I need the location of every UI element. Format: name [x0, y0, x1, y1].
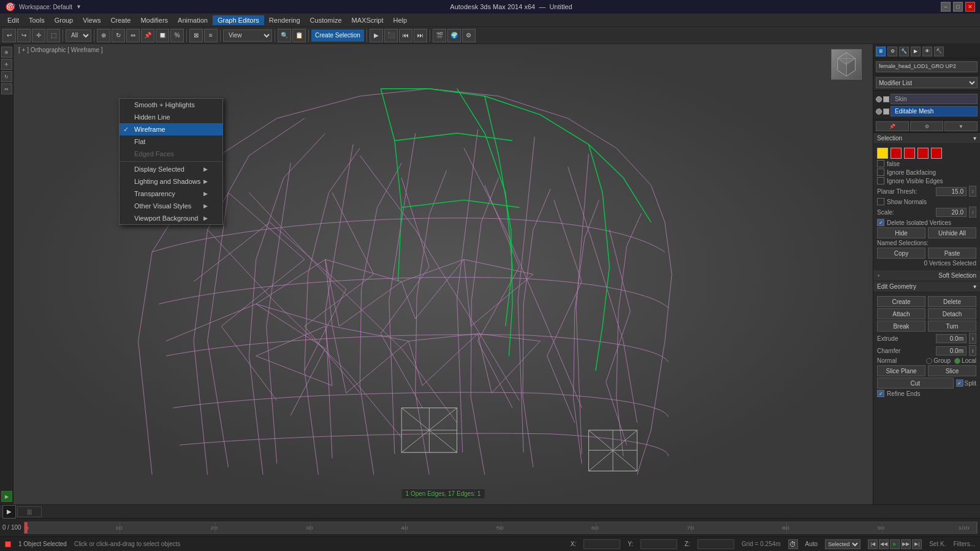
panel-utilities-btn[interactable]: 🔨	[934, 47, 944, 56]
configure-btn[interactable]: ⚙	[910, 121, 943, 131]
menu-views[interactable]: Views	[78, 15, 105, 25]
menu-tools[interactable]: Tools	[24, 15, 50, 25]
render-button[interactable]: 🎬	[433, 29, 446, 42]
modifier-skin[interactable]: Skin	[891, 94, 978, 104]
split-checkbox[interactable]: ✓	[956, 379, 963, 387]
panel-display-btn2[interactable]: 👁	[922, 47, 932, 56]
timeline-track[interactable]: 0 10 20 30 40 50 60 70 80 90 100	[24, 522, 978, 534]
polygon-mode-btn[interactable]	[917, 148, 929, 159]
slice-button[interactable]: Slice	[928, 365, 976, 376]
lt-play[interactable]: ▶	[1, 491, 12, 502]
snap2-button[interactable]: %	[170, 29, 184, 42]
ctx-viewport-bg[interactable]: Viewport Background ▶	[120, 212, 222, 224]
planar-thresh-value[interactable]: 15.0	[936, 187, 967, 196]
menu-graph-editors[interactable]: Graph Editors	[213, 15, 264, 25]
stop-button[interactable]: ⬛	[384, 29, 398, 42]
viewport-dropdown[interactable]: View	[223, 29, 272, 42]
local-radio[interactable]: Local	[954, 357, 976, 364]
undo-button[interactable]: ↩	[2, 29, 16, 42]
refine-ends-checkbox[interactable]: ✓	[877, 390, 884, 397]
show-normals-checkbox[interactable]	[877, 198, 884, 205]
panel-hierarchy-btn[interactable]: 🔧	[899, 47, 909, 56]
select-button[interactable]: ✛	[32, 29, 45, 42]
lt-move[interactable]: ✛	[1, 59, 12, 70]
snap-button[interactable]: 🔲	[156, 29, 169, 42]
extrude-value[interactable]: 0.0m	[936, 334, 967, 343]
element-mode-btn[interactable]	[931, 148, 942, 159]
ctx-smooth-highlights[interactable]: Smooth + Highlights	[120, 99, 222, 111]
local-radio-dot[interactable]	[954, 358, 960, 364]
auto-key-dropdown[interactable]: Selected	[825, 539, 860, 549]
z-value-input[interactable]	[697, 539, 734, 549]
menu-group[interactable]: Group	[50, 15, 78, 25]
rotate-button[interactable]: ↻	[112, 29, 125, 42]
panel-display-btn[interactable]: 🖥	[876, 47, 886, 56]
next-frame-button[interactable]: ⏭	[414, 29, 427, 42]
detach-button[interactable]: Detach	[928, 308, 976, 319]
scale-spinner[interactable]: ↕	[969, 207, 976, 218]
y-value-input[interactable]	[640, 539, 677, 549]
scale-button[interactable]: ⇔	[126, 29, 140, 42]
copy-button[interactable]: Copy	[877, 248, 925, 259]
workspace-dropdown-icon[interactable]: ▼	[76, 4, 82, 10]
chamfer-spinner[interactable]: ↕	[969, 345, 976, 356]
lt-select[interactable]: ⊕	[1, 47, 12, 58]
time-icon[interactable]: ⏱	[788, 539, 798, 549]
next-key-button[interactable]: ▶▶	[901, 539, 911, 549]
ctx-wireframe[interactable]: ✓ Wireframe	[120, 123, 222, 135]
place-button[interactable]: 📌	[141, 29, 154, 42]
key-indicator[interactable]	[5, 541, 11, 547]
delete-isolated-checkbox[interactable]: ✓	[877, 219, 884, 226]
select-filter-button[interactable]: 🔍	[278, 29, 291, 42]
viewport-nav[interactable]	[831, 49, 868, 86]
mirror-button[interactable]: ⊠	[189, 29, 203, 42]
go-end-button[interactable]: ▶|	[912, 539, 922, 549]
scale-value[interactable]: 20.0	[936, 208, 967, 217]
menu-animation[interactable]: Animation	[173, 15, 213, 25]
lt-rotate[interactable]: ↻	[1, 71, 12, 82]
turn-button[interactable]: Turn	[928, 321, 976, 332]
ctx-display-selected[interactable]: Display Selected ▶	[120, 163, 222, 175]
unhide-all-button[interactable]: Unhide All	[928, 227, 976, 238]
prev-frame-button[interactable]: ⏮	[399, 29, 412, 42]
planar-thresh-spinner[interactable]: ↕	[969, 186, 976, 197]
select-region-button[interactable]: ⬚	[47, 29, 60, 42]
group-radio-dot[interactable]	[926, 358, 932, 364]
face-mode-btn[interactable]	[904, 148, 915, 159]
lt-scale[interactable]: ⇔	[1, 83, 12, 94]
x-value-input[interactable]	[583, 539, 620, 549]
ctx-hidden-line[interactable]: Hidden Line	[120, 111, 222, 123]
ignore-backfacing-checkbox[interactable]	[877, 169, 884, 176]
redo-button[interactable]: ↪	[17, 29, 31, 42]
ctx-lighting-shadows[interactable]: Lighting and Shadows ▶	[120, 175, 222, 188]
align-button[interactable]: ≡	[204, 29, 218, 42]
prev-key-button[interactable]: ◀◀	[879, 539, 889, 549]
ctx-other-visual[interactable]: Other Visual Styles ▶	[120, 200, 222, 212]
pin-stack-btn[interactable]: 📌	[876, 121, 909, 131]
restore-button[interactable]: □	[953, 2, 963, 12]
modifier-editable-mesh[interactable]: Editable Mesh	[891, 106, 978, 116]
menu-customize[interactable]: Customize	[305, 15, 347, 25]
play-button[interactable]: ▶	[370, 29, 383, 42]
go-start-button[interactable]: |◀	[868, 539, 878, 549]
menu-help[interactable]: Help	[389, 15, 412, 25]
by-vertex-checkbox[interactable]	[877, 160, 884, 167]
extrude-spinner[interactable]: ↕	[969, 333, 976, 344]
ctx-transparency[interactable]: Transparency ▶	[120, 188, 222, 200]
soft-selection-header[interactable]: + Soft Selection	[873, 270, 980, 281]
edit-geometry-header[interactable]: Edit Geometry ▾	[873, 281, 980, 292]
selection-header[interactable]: Selection ▾	[873, 133, 980, 144]
environment-button[interactable]: 🌍	[447, 29, 461, 42]
paste-button[interactable]: Paste	[928, 248, 976, 259]
play-anim-button[interactable]: ▶	[2, 505, 16, 519]
cut-button[interactable]: Cut	[877, 378, 954, 389]
viewport[interactable]: [ + ] Orthographic [ Wireframe ]	[13, 44, 873, 504]
object-name-input[interactable]: female_head_LOD1_GRO UP2	[876, 61, 978, 72]
menu-create[interactable]: Create	[105, 15, 135, 25]
move-button[interactable]: ⊕	[97, 29, 110, 42]
close-button[interactable]: ✕	[965, 2, 975, 12]
filter-dropdown[interactable]: All	[66, 29, 91, 42]
play-anim-btn[interactable]: ▶	[890, 539, 900, 549]
delete-button[interactable]: Delete	[928, 296, 976, 307]
ignore-visible-checkbox[interactable]	[877, 177, 884, 184]
